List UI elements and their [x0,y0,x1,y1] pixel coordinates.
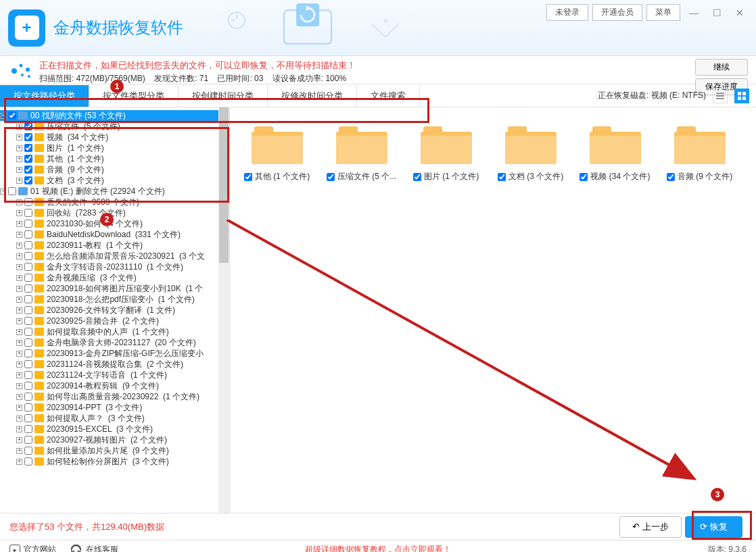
tree-item[interactable]: −01 视频 (E:) 删除文件 (22924 个文件) [0,186,229,197]
tree-toggle-icon[interactable]: + [16,199,22,205]
tree-toggle-icon[interactable]: − [0,189,6,195]
minimize-icon[interactable]: — [684,5,703,20]
official-site-link[interactable]: ▸官方网站 [9,544,56,552]
tree-checkbox[interactable] [24,230,32,239]
grid-folder-item[interactable]: 视频 (34 个文件) [576,116,654,203]
tree-checkbox[interactable] [24,338,32,347]
tree-checkbox[interactable] [24,176,32,184]
grid-folder-item[interactable]: 音频 (9 个文件) [661,116,738,203]
tree-item[interactable]: +如何提取音频中的人声 (1 个文件) [0,326,229,337]
tree-item[interactable]: +金舟视频压缩 (3 个文件) [0,272,229,283]
tree-scrollbar[interactable] [218,107,229,513]
tab-by-modified[interactable]: 按修改时间分类 [268,85,357,107]
tree-item[interactable]: +20230915-EXCEL (3 个文件) [0,424,229,434]
tree-item[interactable]: +图片 (1 个文件) [0,143,229,153]
tree-checkbox[interactable] [24,317,32,325]
tree-item[interactable]: −00 找到的文件 (53 个文件) [0,110,229,121]
tab-by-path[interactable]: 按文件路径分类 [0,85,89,107]
tree-checkbox[interactable] [24,284,32,293]
tree-toggle-icon[interactable]: + [16,361,22,368]
tree-toggle-icon[interactable]: + [16,307,22,313]
grid-view-icon[interactable] [734,89,749,103]
tree-toggle-icon[interactable]: + [16,124,22,130]
tree-toggle-icon[interactable]: + [16,426,22,432]
tree-item[interactable]: +20230913-金舟ZIP解压缩-GIF怎么压缩变小 [0,348,229,359]
tree-toggle-icon[interactable]: + [16,253,22,259]
tree-item[interactable]: +金舟文字转语音-20231110 (1 个文件) [0,261,229,272]
tree-checkbox[interactable] [24,198,32,206]
support-link[interactable]: 🎧在线客服 [70,544,118,553]
login-button[interactable]: 未登录 [546,4,588,21]
grid-checkbox[interactable] [413,173,421,181]
tree-toggle-icon[interactable]: + [16,275,22,281]
tree-checkbox[interactable] [24,295,32,303]
tree-toggle-icon[interactable]: + [16,372,22,378]
tree-toggle-icon[interactable]: + [16,329,22,335]
tree-checkbox[interactable] [24,328,32,336]
prev-button[interactable]: ↶ 上一步 [619,516,682,538]
tree-item[interactable]: +20231124-文字转语音 (1 个文件) [0,370,229,380]
tree-item[interactable]: +音频 (9 个文件) [0,164,229,175]
tree-item[interactable]: +20230925-音频合并 (2 个文件) [0,316,229,326]
tree-item[interactable]: +回收站 (7283 个文件) [0,207,229,218]
tree-item[interactable]: +20230926-文件转文字翻译 (1 文件) [0,305,229,316]
tab-by-created[interactable]: 按创建时间分类 [179,85,268,107]
grid-checkbox[interactable] [667,173,675,181]
grid-folder-item[interactable]: 其他 (1 个文件) [238,116,316,203]
tree-item[interactable]: +如何提取人声？ (3 个文件) [0,413,229,424]
tree-checkbox[interactable] [24,306,32,314]
tree-checkbox[interactable] [24,209,32,217]
tree-item[interactable]: +文档 (3 个文件) [0,175,229,186]
grid-folder-item[interactable]: 图片 (1 个文件) [407,116,485,203]
tree-toggle-icon[interactable]: + [16,394,22,400]
tree-checkbox[interactable] [24,403,32,411]
tree-toggle-icon[interactable]: + [16,405,22,411]
tree-item[interactable]: +20230914-教程剪辑 (9 个文件) [0,380,229,391]
tree-panel[interactable]: −00 找到的文件 (53 个文件) +压缩文件 (5 个文件)+视频 (34 … [0,107,230,513]
tree-checkbox[interactable] [24,166,32,174]
tree-toggle-icon[interactable]: + [16,383,22,389]
grid-checkbox[interactable] [244,173,252,181]
tree-checkbox[interactable] [24,393,32,401]
tree-toggle-icon[interactable]: + [16,145,22,151]
tab-search[interactable]: 文件搜索 [357,85,420,107]
tree-item[interactable]: +20230918-如何将图片压缩变小到10K (1 个 [0,283,229,294]
tree-toggle-icon[interactable]: + [16,286,22,292]
grid-checkbox[interactable] [498,173,506,181]
grid-checkbox[interactable] [580,173,588,181]
tree-item[interactable]: +其他 (1 个文件) [0,153,229,164]
tree-checkbox[interactable] [24,155,32,163]
tree-checkbox[interactable] [24,447,32,455]
grid-checkbox[interactable] [327,173,335,181]
tree-toggle-icon[interactable]: + [16,156,22,162]
tree-item[interactable]: +BaiduNetdiskDownload (331 个文件) [0,229,229,240]
tutorial-link[interactable]: 超级详细数据恢复教程，点击立即观看！ [305,544,451,552]
tree-item[interactable]: +20230914-PPT (3 个文件) [0,402,229,413]
tree-item[interactable]: +如何轻松制作分屏图片 (3 个文件) [0,456,229,467]
tree-toggle-icon[interactable]: + [16,459,22,465]
tree-item[interactable]: +20230927-视频转图片 (2 个文件) [0,434,229,445]
tree-checkbox[interactable] [24,241,32,249]
tree-toggle-icon[interactable]: + [16,178,22,184]
tree-checkbox[interactable] [8,187,16,195]
tree-checkbox[interactable] [24,220,32,228]
tree-toggle-icon[interactable]: − [0,113,6,119]
tree-toggle-icon[interactable]: + [16,167,22,173]
grid-folder-item[interactable]: 文档 (3 个文件) [492,116,569,203]
tree-checkbox[interactable] [24,414,32,422]
tree-item[interactable]: +金舟电脑录音大师-20231127 (20 个文件) [0,337,229,348]
tree-checkbox[interactable] [24,360,32,368]
tree-item[interactable]: +20230918-怎么把pdf压缩变小 (1 个文件) [0,294,229,305]
tree-item[interactable]: +20231030-如何 (4 个文件) [0,218,229,229]
vip-button[interactable]: 开通会员 [592,4,642,21]
close-icon[interactable]: ✕ [730,5,749,20]
tree-checkbox[interactable] [24,425,32,433]
tree-toggle-icon[interactable]: + [16,243,22,249]
tree-toggle-icon[interactable]: + [16,448,22,454]
tree-toggle-icon[interactable]: + [16,221,22,227]
tab-by-type[interactable]: 按文件类型分类 [89,85,179,107]
tree-checkbox[interactable] [24,122,32,130]
tree-toggle-icon[interactable]: + [16,264,22,270]
tree-checkbox[interactable] [24,252,32,260]
tree-checkbox[interactable] [8,111,16,120]
